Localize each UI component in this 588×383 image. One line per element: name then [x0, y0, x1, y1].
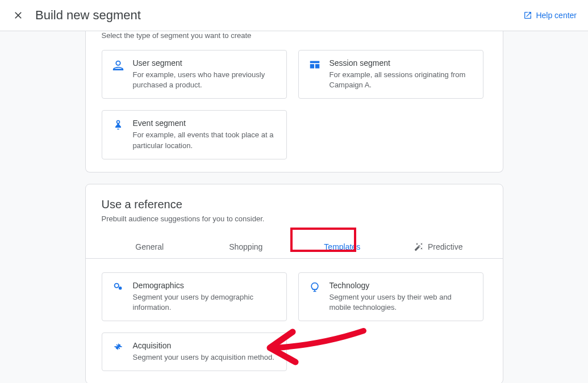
user-segment-desc: For example, users who have previously p…	[133, 70, 277, 90]
technology-desc: Segment your users by their web and mobi…	[330, 292, 474, 313]
segment-type-panel: Select the type of segment you want to c…	[85, 31, 503, 172]
session-icon	[308, 58, 322, 72]
user-segment-card[interactable]: User segment For example, users who have…	[102, 50, 287, 99]
demographics-icon	[111, 281, 125, 294]
tab-shopping[interactable]: Shopping	[198, 235, 294, 258]
demographics-card[interactable]: Demographics Segment your users by demog…	[102, 272, 287, 321]
event-segment-desc: For example, all events that took place …	[133, 130, 277, 150]
reference-subtitle: Prebuilt audience suggestions for you to…	[102, 214, 487, 223]
demographics-title: Demographics	[133, 281, 277, 290]
session-segment-card[interactable]: Session segment For example, all session…	[298, 50, 483, 99]
session-segment-title: Session segment	[330, 58, 474, 68]
technology-title: Technology	[330, 281, 474, 290]
tab-general[interactable]: General	[102, 235, 198, 258]
acquisition-icon	[111, 341, 125, 355]
svg-point-0	[114, 283, 118, 287]
tab-predictive[interactable]: Predictive	[390, 235, 487, 258]
svg-point-1	[118, 287, 122, 290]
magic-wand-icon	[414, 242, 423, 251]
acquisition-desc: Segment your users by acquisition method…	[133, 352, 277, 363]
help-center-link[interactable]: Help center	[523, 11, 577, 20]
session-segment-desc: For example, all sessions originating fr…	[330, 70, 474, 90]
reference-panel: Use a reference Prebuilt audience sugges…	[85, 184, 503, 383]
technology-card[interactable]: Technology Segment your users by their w…	[298, 272, 483, 321]
page-title: Build new segment	[35, 8, 523, 23]
reference-tabs: General Shopping Templates Predictive	[86, 235, 503, 259]
reference-title: Use a reference	[102, 198, 487, 211]
acquisition-title: Acquisition	[133, 341, 277, 350]
close-icon	[12, 10, 24, 21]
event-icon	[111, 119, 125, 132]
close-button[interactable]	[11, 9, 25, 22]
user-icon	[111, 58, 125, 72]
segment-type-subtitle: Select the type of segment you want to c…	[102, 31, 487, 40]
help-center-label: Help center	[536, 11, 577, 20]
technology-icon	[308, 281, 322, 294]
open-in-new-icon	[523, 11, 532, 20]
tab-templates[interactable]: Templates	[294, 235, 391, 258]
dialog-header: Build new segment Help center	[0, 0, 588, 31]
demographics-desc: Segment your users by demographic inform…	[133, 292, 277, 313]
event-segment-title: Event segment	[133, 119, 277, 128]
acquisition-card[interactable]: Acquisition Segment your users by acquis…	[102, 333, 287, 371]
user-segment-title: User segment	[133, 58, 277, 68]
content-area: Select the type of segment you want to c…	[0, 31, 588, 383]
event-segment-card[interactable]: Event segment For example, all events th…	[102, 110, 287, 159]
